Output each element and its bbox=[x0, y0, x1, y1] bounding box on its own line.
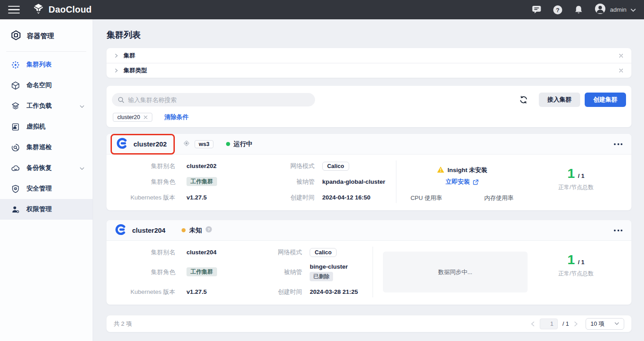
external-link-icon bbox=[473, 179, 479, 185]
daocloud-logo-icon bbox=[32, 3, 44, 17]
avatar-icon bbox=[595, 3, 606, 16]
nodes-summary-label: 正常/节点总数 bbox=[558, 184, 593, 191]
sidebar-item-namespace[interactable]: 命名空间 bbox=[0, 75, 93, 96]
cluster-card-body: 集群别名 cluster204 集群角色 工作集群 Kubernetes 版本 … bbox=[107, 241, 631, 305]
nodes-healthy-count: 1 bbox=[567, 252, 575, 267]
nodes-summary: 1 / 1 正常/节点总数 bbox=[528, 160, 624, 203]
help-icon[interactable]: ? bbox=[553, 5, 563, 15]
managed-by-value: kpanda-global-cluster bbox=[322, 178, 385, 185]
sidebar-item-virtual-machine[interactable]: 虚拟机 bbox=[0, 116, 93, 137]
cluster-status: 未知 ? bbox=[182, 226, 212, 235]
cluster-card-header: cluster204 未知 ? bbox=[107, 220, 631, 241]
sidebar-item-label: 工作负载 bbox=[27, 102, 52, 110]
messages-icon[interactable] bbox=[532, 5, 542, 14]
current-page-input[interactable] bbox=[540, 319, 558, 329]
user-chevron-down-icon bbox=[631, 6, 636, 14]
role-badge: 工作集群 bbox=[187, 177, 217, 186]
sidebar-item-workload[interactable]: 工作负载 bbox=[0, 96, 93, 116]
chevron-down-icon bbox=[80, 164, 84, 172]
more-actions-icon[interactable] bbox=[613, 141, 623, 148]
network-mode-tag: Calico bbox=[322, 162, 349, 171]
cluster-name-link[interactable]: cluster204 bbox=[132, 226, 165, 234]
alias-label: 集群别名 bbox=[107, 248, 175, 257]
container-management-icon bbox=[11, 30, 21, 42]
remove-filter-icon[interactable] bbox=[143, 115, 148, 120]
cluster-card-body: 集群别名 cluster202 集群角色 工作集群 Kubernetes 版本 … bbox=[107, 155, 631, 210]
created-time-label: 创建时间 bbox=[261, 194, 315, 202]
close-icon[interactable] bbox=[618, 68, 624, 73]
clear-filters-link[interactable]: 清除条件 bbox=[164, 113, 189, 121]
managed-by-label: 被纳管 bbox=[261, 178, 315, 186]
brand-name: DaoCloud bbox=[49, 4, 92, 15]
cluster-logo-icon bbox=[115, 223, 127, 238]
status-dot-unknown bbox=[182, 228, 186, 232]
svg-text:?: ? bbox=[208, 227, 210, 232]
cluster-list-icon bbox=[11, 61, 20, 69]
sidebar-item-label: 安全管理 bbox=[27, 185, 52, 193]
role-label: 集群角色 bbox=[107, 178, 175, 186]
filter-chip-label: cluster20 bbox=[117, 114, 140, 120]
created-time-value: 2024-04-12 16:50 bbox=[322, 194, 370, 201]
sidebar-item-cluster-inspection[interactable]: 集群巡检 bbox=[0, 137, 93, 158]
search-input[interactable] bbox=[128, 97, 309, 103]
prev-page-icon[interactable] bbox=[531, 321, 535, 327]
sidebar-item-security-management[interactable]: 安全管理 bbox=[0, 178, 93, 199]
active-filter-chip[interactable]: cluster20 bbox=[113, 113, 152, 122]
close-icon[interactable] bbox=[618, 53, 624, 58]
module-title: 容器管理 bbox=[0, 19, 93, 51]
cluster-card-cluster202: cluster202 ws3 运行中 bbox=[107, 134, 631, 210]
sidebar-item-backup-restore[interactable]: 备份恢复 bbox=[0, 158, 93, 178]
total-items-label: 共 2 项 bbox=[114, 320, 132, 328]
toolbar-panel: 接入集群 创建集群 cluster20 清除条件 bbox=[107, 86, 631, 127]
next-page-icon[interactable] bbox=[574, 321, 578, 327]
workspace-icon bbox=[182, 139, 191, 150]
cluster-name-link[interactable]: cluster202 bbox=[133, 140, 167, 148]
chevron-right-icon bbox=[114, 53, 119, 58]
total-pages-label: / 1 bbox=[563, 320, 569, 327]
status-label: 未知 bbox=[189, 226, 202, 235]
annotation-highlight-box: cluster202 bbox=[111, 134, 175, 155]
namespace-icon bbox=[11, 81, 20, 90]
nodes-summary: 1 / 1 正常/节点总数 bbox=[528, 247, 624, 297]
chevron-down-icon bbox=[614, 322, 619, 325]
sidebar-item-cluster-list[interactable]: 集群列表 bbox=[0, 54, 93, 75]
svg-text:?: ? bbox=[556, 6, 560, 13]
network-mode-label: 网络模式 bbox=[248, 248, 302, 257]
status-dot-running bbox=[226, 142, 230, 146]
cluster-inspection-icon bbox=[11, 143, 20, 152]
filter-row-cluster-type[interactable]: 集群类型 bbox=[107, 63, 631, 78]
status-help-icon[interactable]: ? bbox=[205, 226, 212, 235]
role-label: 集群角色 bbox=[107, 268, 175, 276]
sidebar-divider bbox=[6, 51, 86, 52]
install-insight-link[interactable]: 立即安装 bbox=[446, 178, 479, 186]
page-size-select[interactable]: 10 项 bbox=[586, 318, 624, 330]
created-time-value: 2024-03-28 21:25 bbox=[310, 288, 358, 295]
refresh-icon[interactable] bbox=[519, 95, 528, 104]
join-cluster-button[interactable]: 接入集群 bbox=[539, 93, 580, 107]
menu-toggle-icon[interactable] bbox=[8, 6, 20, 14]
create-cluster-button[interactable]: 创建集群 bbox=[585, 93, 626, 107]
cluster-status: 运行中 bbox=[226, 140, 253, 148]
sidebar-item-label: 集群列表 bbox=[27, 61, 52, 69]
metrics-section: Insight 未安装 立即安装 CPU 使用率 bbox=[396, 160, 624, 203]
backup-restore-icon bbox=[11, 164, 20, 173]
metrics-section: 数据同步中... 1 / 1 正常/节点总数 bbox=[373, 247, 624, 297]
deleted-badge: 已删除 bbox=[310, 272, 333, 281]
filter-label: 集群 bbox=[124, 52, 135, 60]
cluster-logo-icon bbox=[116, 137, 129, 151]
user-menu[interactable]: admin bbox=[595, 3, 636, 16]
main-content: 集群列表 集群 集群类型 bbox=[93, 19, 644, 341]
workspace-tag[interactable]: ws3 bbox=[195, 140, 213, 148]
sidebar: 容器管理 集群列表 命名空间 工作负载 bbox=[0, 19, 93, 341]
k8s-version-value: v1.27.5 bbox=[187, 194, 207, 201]
filter-row-cluster[interactable]: 集群 bbox=[107, 48, 631, 63]
more-actions-icon[interactable] bbox=[613, 227, 623, 234]
topbar: DaoCloud ? bbox=[0, 0, 644, 19]
k8s-version-label: Kubernetes 版本 bbox=[107, 288, 175, 296]
sidebar-item-permission-management[interactable]: 权限管理 bbox=[0, 199, 93, 220]
notifications-bell-icon[interactable] bbox=[574, 5, 583, 15]
sidebar-item-label: 虚拟机 bbox=[27, 123, 45, 131]
memory-usage-label: 内存使用率 bbox=[484, 194, 514, 202]
page-title: 集群列表 bbox=[107, 29, 631, 41]
search-box[interactable] bbox=[112, 93, 315, 106]
